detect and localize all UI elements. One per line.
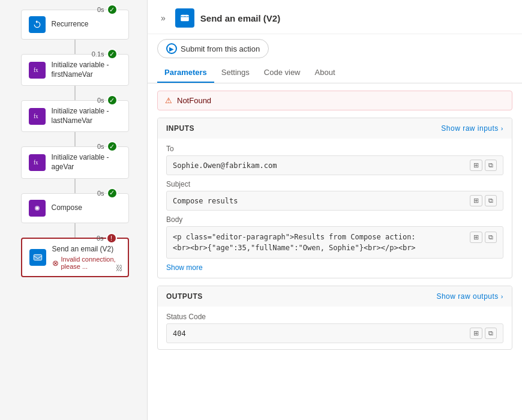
outputs-section: OUTPUTS Show raw outputs › Status Code40… [157,286,512,350]
right-panel: » Send an email (V2) ▶ Submit from this … [147,0,522,420]
flow-node-init-firstname: 0.1s✓fxInitialize variable - firstNameVa… [12,54,137,100]
node-card-send-email[interactable]: 0s!Send an email (V2)⊗ Invalid connectio… [21,238,129,278]
copy-btn-0[interactable]: ⧉ [485,160,497,171]
submit-button[interactable]: ▶ Submit from this action [157,39,269,58]
grid-btn[interactable]: ⊞ [470,232,482,243]
input-field-value-1: Compose results⊞⧉ [166,191,503,211]
flow-node-init-age: 0s✓fxInitialize variable - ageVar [12,146,137,193]
success-badge-icon: ✓ [107,49,118,59]
inputs-header: INPUTS Show raw inputs › [158,118,512,139]
tab-code-view[interactable]: Code view [257,63,308,83]
node-connector [74,86,76,100]
node-badge-compose: 0s✓ [97,188,118,199]
not-found-label: NotFound [177,96,211,105]
svg-rect-5 [34,254,41,260]
flow-node-send-email: 0s!Send an email (V2)⊗ Invalid connectio… [12,238,137,278]
success-badge-icon: ✓ [107,141,118,152]
node-card-recurrence[interactable]: 0s✓Recurrence [21,10,129,40]
not-found-banner: ⚠ NotFound [157,91,512,110]
error-circle-icon: ⊗ [52,259,59,268]
chevron-right-icon: › [501,293,503,300]
action-title: Send an email (V2) [200,13,280,23]
node-connector [74,179,76,193]
input-field-value-0: Sophie.Owen@fabrikam.com⊞⧉ [166,155,503,175]
expand-button[interactable]: » [157,12,169,24]
svg-text:fx: fx [34,67,38,73]
panel-content: ⚠ NotFound INPUTS Show raw inputs › ToSo… [148,83,522,420]
inputs-body: ToSophie.Owen@fabrikam.com⊞⧉SubjectCompo… [158,139,512,278]
node-card-init-lastname[interactable]: 0s✓fxInitialize variable - lastNameVar [21,100,129,132]
show-raw-outputs[interactable]: Show raw outputs › [436,292,503,301]
tabs-row: ParametersSettingsCode viewAbout [148,63,522,83]
svg-rect-6 [181,15,189,22]
field-value-text-0: Sophie.Owen@fabrikam.com [173,161,470,170]
node-connector [74,132,76,146]
node-label-init-lastname: Initialize variable - lastNameVar [52,107,121,125]
tab-parameters[interactable]: Parameters [157,63,214,83]
compose-icon [29,200,46,217]
node-card-init-firstname[interactable]: 0.1s✓fxInitialize variable - firstNameVa… [21,54,129,86]
action-icon [175,8,194,28]
link-icon: ⛓ [116,264,123,272]
success-badge-icon: ✓ [107,4,118,15]
node-card-compose[interactable]: 0s✓Compose [21,193,129,223]
flow-node-compose: 0s✓Compose [12,193,137,238]
output-field-value-0: 404⊞⧉ [166,323,503,343]
field-value-text-1: Compose results [173,197,470,205]
grid-btn-out-0[interactable]: ⊞ [470,328,482,339]
recurrence-icon [29,16,46,33]
svg-point-4 [36,207,38,209]
copy-btn-1[interactable]: ⧉ [485,195,497,206]
body-text: <p class="editor-paragraph">Results from… [173,232,470,253]
outputs-label: OUTPUTS [166,292,203,301]
variable-icon: fx [29,108,46,125]
node-card-init-age[interactable]: 0s✓fxInitialize variable - ageVar [21,146,129,178]
node-badge-init-lastname: 0s✓ [97,95,118,106]
output-field-label-0: Status Code [166,313,503,321]
flow-node-init-lastname: 0s✓fxInitialize variable - lastNameVar [12,100,137,146]
copy-btn[interactable]: ⧉ [485,232,497,243]
submit-label: Submit from this action [181,44,260,53]
body-field: <p class="editor-paragraph">Results from… [166,226,503,259]
node-label-send-email: Send an email (V2) [52,245,121,254]
chevron-right-icon: › [501,125,503,132]
input-field-label-0: To [166,145,503,153]
show-raw-inputs[interactable]: Show raw inputs › [441,124,503,133]
left-panel: 0s✓Recurrence0.1s✓fxInitialize variable … [0,0,147,420]
error-badge-icon: ! [106,233,117,244]
outputs-header: OUTPUTS Show raw outputs › [158,286,512,307]
node-connector [74,223,76,238]
node-badge-recurrence: 0s✓ [97,4,118,15]
outputs-body: Status Code404⊞⧉ [158,307,512,349]
inputs-section: INPUTS Show raw inputs › ToSophie.Owen@f… [157,118,512,278]
svg-text:fx: fx [34,113,38,119]
success-badge-icon: ✓ [107,95,118,106]
variable-icon: fx [29,154,46,171]
node-label-compose: Compose [52,203,121,213]
show-more[interactable]: Show more [166,263,203,272]
inputs-label: INPUTS [166,124,194,133]
node-label-init-firstname: Initialize variable - firstNameVar [52,61,121,79]
email-icon [29,249,46,266]
input-field-label-2: Body [166,215,503,224]
error-text-send-email: ⊗ Invalid connection, please ... [52,256,121,270]
node-badge-send-email: 0s! [97,233,117,244]
variable-icon: fx [29,62,46,79]
flow-node-recurrence: 0s✓Recurrence [12,10,137,54]
tab-about[interactable]: About [308,63,343,83]
grid-btn-0[interactable]: ⊞ [470,160,482,171]
submit-play-icon: ▶ [166,43,177,54]
output-field-value-text-0: 404 [173,329,470,338]
grid-btn-1[interactable]: ⊞ [470,195,482,206]
node-badge-init-age: 0s✓ [97,141,118,152]
copy-btn-out-0[interactable]: ⧉ [485,328,497,339]
input-field-label-1: Subject [166,180,503,188]
node-label-init-age: Initialize variable - ageVar [52,153,121,172]
svg-text:fx: fx [34,160,38,166]
node-badge-init-firstname: 0.1s✓ [92,49,118,59]
warning-icon: ⚠ [165,96,172,105]
success-badge-icon: ✓ [107,188,118,199]
node-label-recurrence: Recurrence [52,20,121,29]
node-connector [74,40,76,54]
tab-settings[interactable]: Settings [214,63,257,83]
